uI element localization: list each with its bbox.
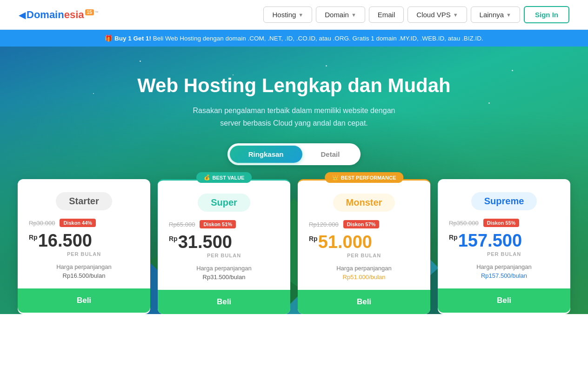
renewal-label-super: Harga perpanjangan bbox=[169, 265, 279, 272]
price-row-supreme: Rp350.000 Diskon 55% bbox=[449, 219, 559, 227]
per-bulan-super: PER BULAN bbox=[169, 253, 279, 258]
plan-card-supreme: Supreme Rp350.000 Diskon 55% Rp 157.500 … bbox=[438, 179, 570, 314]
email-menu-button[interactable]: Email bbox=[369, 7, 404, 23]
plan-card-starter: Starter Rp30.000 Diskon 44% Rp 16.500 PE… bbox=[18, 179, 150, 314]
hero-subtitle: Rasakan pengalaman terbaik dalam memilik… bbox=[193, 104, 395, 129]
cloudvps-label: Cloud VPS bbox=[416, 11, 450, 19]
lainnya-chevron-icon: ▼ bbox=[506, 12, 511, 18]
plans-cards-row: Starter Rp30.000 Diskon 44% Rp 16.500 PE… bbox=[0, 179, 588, 314]
main-price-starter: Rp 16.500 bbox=[29, 232, 139, 249]
plan-name-super: Super bbox=[198, 194, 250, 212]
price-rp-supreme: Rp bbox=[449, 234, 458, 241]
original-price-monster: Rp120.000 bbox=[309, 221, 339, 228]
discount-badge-starter: Diskon 44% bbox=[60, 219, 96, 227]
discount-badge-super: Diskon 51% bbox=[200, 220, 236, 228]
logo-nesia-text: esia bbox=[64, 9, 84, 21]
discount-badge-supreme: Diskon 55% bbox=[483, 219, 520, 227]
original-price-supreme: Rp350.000 bbox=[449, 220, 479, 227]
renewal-price-supreme: Rp157.500/bulan bbox=[449, 272, 559, 279]
cloudvps-chevron-icon: ▼ bbox=[453, 12, 458, 18]
beli-button-supreme[interactable]: Beli bbox=[438, 288, 570, 313]
hosting-chevron-icon: ▼ bbox=[298, 12, 303, 18]
beli-button-starter[interactable]: Beli bbox=[18, 288, 150, 313]
price-row-monster: Rp120.000 Diskon 57% bbox=[309, 220, 419, 228]
renewal-price-super: Rp31.500/bulan bbox=[169, 274, 279, 281]
logo[interactable]: ◀ Domainesia 15 ™ bbox=[19, 9, 99, 21]
price-rp-monster: Rp bbox=[309, 235, 318, 242]
price-value-monster: 51.000 bbox=[318, 233, 372, 251]
tab-ringkasan[interactable]: Ringkasan bbox=[230, 146, 302, 163]
promo-text: Beli Web Hosting dengan domain .COM, .NE… bbox=[151, 35, 483, 42]
price-rp-starter: Rp bbox=[29, 234, 38, 241]
domain-label: Domain bbox=[325, 11, 349, 19]
hosting-menu-button[interactable]: Hosting ▼ bbox=[263, 7, 312, 23]
logo-triangle-icon: ◀ bbox=[19, 9, 26, 20]
tab-detail[interactable]: Detail bbox=[302, 146, 359, 163]
price-value-super: 31.500 bbox=[178, 233, 232, 251]
email-label: Email bbox=[378, 11, 395, 19]
hosting-label: Hosting bbox=[272, 11, 296, 19]
original-price-starter: Rp30.000 bbox=[29, 220, 55, 227]
cloudvps-menu-button[interactable]: Cloud VPS ▼ bbox=[408, 7, 467, 23]
crown-icon: 👑 bbox=[332, 174, 339, 181]
price-value-starter: 16.500 bbox=[38, 232, 92, 249]
hero-title: Web Hosting Lengkap dan Mudah bbox=[137, 74, 451, 97]
plan-name-monster: Monster bbox=[333, 194, 395, 212]
renewal-price-starter: Rp16.500/bulan bbox=[29, 272, 139, 279]
view-toggle: Ringkasan Detail bbox=[227, 143, 361, 165]
price-row-super: Rp65.000 Diskon 51% bbox=[169, 220, 279, 228]
plan-card-super: 💰 BEST VALUE Super Rp65.000 Diskon 51% R… bbox=[158, 179, 290, 314]
lainnya-label: Lainnya bbox=[480, 11, 504, 19]
lainnya-menu-button[interactable]: Lainnya ▼ bbox=[471, 7, 520, 23]
beli-button-monster[interactable]: Beli bbox=[298, 290, 430, 314]
renewal-label-supreme: Harga perpanjangan bbox=[449, 263, 559, 270]
renewal-price-monster: Rp51.000/bulan bbox=[309, 274, 419, 281]
signin-button[interactable]: Sign In bbox=[524, 6, 569, 23]
beli-button-super[interactable]: Beli bbox=[158, 290, 290, 314]
per-bulan-supreme: PER BULAN bbox=[449, 251, 559, 257]
renewal-label-starter: Harga perpanjangan bbox=[29, 263, 139, 270]
navbar-nav: Hosting ▼ Domain ▼ Email Cloud VPS ▼ Lai… bbox=[263, 6, 569, 23]
domain-menu-button[interactable]: Domain ▼ bbox=[316, 7, 365, 23]
per-bulan-starter: PER BULAN bbox=[29, 251, 139, 257]
price-rp-super: Rp bbox=[169, 235, 178, 242]
plan-name-supreme: Supreme bbox=[471, 192, 537, 210]
plan-card-monster: 👑 BEST PERFORMANCE Monster Rp120.000 Dis… bbox=[298, 179, 430, 314]
per-bulan-monster: PER BULAN bbox=[309, 253, 419, 258]
main-price-monster: Rp 51.000 bbox=[309, 233, 419, 251]
logo-domain-text: Domain bbox=[27, 9, 64, 21]
price-row-starter: Rp30.000 Diskon 44% bbox=[29, 219, 139, 227]
original-price-super: Rp65.000 bbox=[169, 221, 195, 228]
promo-bar: 🎁 Buy 1 Get 1! Beli Web Hosting dengan d… bbox=[0, 30, 588, 47]
hero-section: Web Hosting Lengkap dan Mudah Rasakan pe… bbox=[0, 47, 588, 314]
main-price-supreme: Rp 157.500 bbox=[449, 232, 559, 249]
badge-best-performance: 👑 BEST PERFORMANCE bbox=[325, 172, 404, 183]
discount-badge-monster: Diskon 57% bbox=[343, 220, 380, 228]
main-price-super: Rp 31.500 bbox=[169, 233, 279, 251]
domain-chevron-icon: ▼ bbox=[351, 12, 356, 18]
money-bag-icon: 💰 bbox=[204, 174, 210, 181]
badge-best-value: 💰 BEST VALUE bbox=[196, 172, 252, 183]
logo-tm: ™ bbox=[94, 10, 99, 15]
navbar: ◀ Domainesia 15 ™ Hosting ▼ Domain ▼ Ema… bbox=[0, 0, 588, 30]
logo-badge: 15 bbox=[85, 9, 94, 15]
plan-name-starter: Starter bbox=[56, 192, 112, 210]
price-value-supreme: 157.500 bbox=[458, 232, 522, 249]
renewal-label-monster: Harga perpanjangan bbox=[309, 265, 419, 272]
